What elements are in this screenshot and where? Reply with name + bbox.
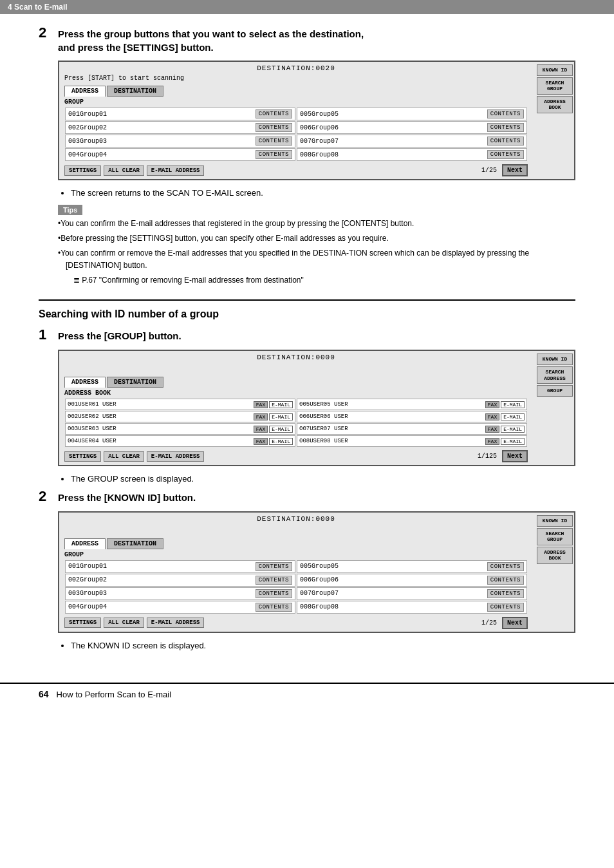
screen1-row-left-2[interactable]: 002Group02 CONTENTS <box>65 121 295 134</box>
screen3-row-left-4-label: 004Group04 <box>68 603 256 610</box>
screen2-known-id-btn[interactable]: KNOWN ID <box>537 354 573 365</box>
screen3-footer: SETTINGS ALL CLEAR E-MAIL ADDRESS 1/25 N… <box>59 614 533 632</box>
screen1-allclear-btn[interactable]: ALL CLEAR <box>104 165 144 176</box>
screen1-contents-btn-1[interactable]: CONTENTS <box>256 109 292 118</box>
screen3-contents-btn-2[interactable]: CONTENTS <box>256 576 292 585</box>
screen2-row-left-1[interactable]: 001USER01 USER FAX E-MAIL <box>65 399 295 410</box>
screen2-row-left-2[interactable]: 002USER02 USER FAX E-MAIL <box>65 411 295 422</box>
screen3-allclear-btn[interactable]: ALL CLEAR <box>104 618 144 628</box>
screen2-row-right-4[interactable]: 008USER08 USER FAX E-MAIL <box>297 435 527 447</box>
screen3-row-right-4-label: 008Group08 <box>300 603 487 610</box>
screen1-row-left-3[interactable]: 003Group03 CONTENTS <box>65 135 295 147</box>
screen3-row-right-2[interactable]: 006Group06 CONTENTS <box>297 574 527 587</box>
screen2-row-right-2-label: 006USER06 USER <box>299 413 485 420</box>
screen3-row-left-3-label: 003Group03 <box>68 590 256 597</box>
screen1-tab-destination[interactable]: DESTINATION <box>107 86 163 97</box>
screen1-footer: SETTINGS ALL CLEAR E-MAIL ADDRESS 1/25 N… <box>59 162 533 179</box>
screen3-settings-btn[interactable]: SETTINGS <box>64 618 101 628</box>
bullet-list-2: The GROUP screen is displayed. <box>58 473 575 486</box>
screen3-contents-btn-5[interactable]: CONTENTS <box>487 562 524 571</box>
screen1-row-right-2[interactable]: 006Group06 CONTENTS <box>297 121 527 134</box>
screen2-email-tag-6: E-MAIL <box>501 413 525 420</box>
screen3-known-id-btn[interactable]: KNOWN ID <box>537 515 573 527</box>
screen2-footer: SETTINGS ALL CLEAR E-MAIL ADDRESS 1/125 … <box>59 448 533 465</box>
screen2-title: DESTINATION:0000 <box>59 351 533 363</box>
screen2-settings-btn[interactable]: SETTINGS <box>64 451 101 462</box>
screen3-contents-btn-4[interactable]: CONTENTS <box>256 603 292 612</box>
screen1-row-left-4-label: 004Group04 <box>68 151 256 158</box>
screen1-known-id-btn[interactable]: KNOWN ID <box>537 64 573 76</box>
screen3-row-left-1[interactable]: 001Group01 CONTENTS <box>65 560 295 573</box>
screen3-search-group-btn[interactable]: SEARCH GROUP <box>537 528 573 545</box>
screen1-settings-btn[interactable]: SETTINGS <box>64 165 101 176</box>
header-title: 4 Scan to E-mail <box>8 3 68 12</box>
screen2-fax-tag-5: FAX <box>485 401 499 408</box>
screen3-row-right-3[interactable]: 007Group07 CONTENTS <box>297 587 527 600</box>
screen3-contents-btn-8[interactable]: CONTENTS <box>487 603 524 612</box>
screen2-tab-destination[interactable]: DESTINATION <box>107 377 163 388</box>
screen3-row-right-3-label: 007Group07 <box>300 590 487 597</box>
tips-content: •You can confirm the E-mail addresses th… <box>58 218 556 287</box>
screen3-contents-btn-6[interactable]: CONTENTS <box>487 576 524 585</box>
screen2-row-right-2[interactable]: 006USER06 USER FAX E-MAIL <box>297 411 527 422</box>
screen1-row-right-4-label: 008Group08 <box>300 151 487 158</box>
screen3: DESTINATION:0000 ADDRESS DESTINATION GRO… <box>58 511 575 633</box>
screen2-row-left-4[interactable]: 004USER04 USER FAX E-MAIL <box>65 435 295 447</box>
bullet-list-1: The screen returns to the SCAN TO E-MAIL… <box>58 187 575 200</box>
screen1-row-left-4[interactable]: 004Group04 CONTENTS <box>65 148 295 161</box>
screen1-contents-btn-8[interactable]: CONTENTS <box>487 150 524 159</box>
screen3-emailaddress-btn[interactable]: E-MAIL ADDRESS <box>147 618 205 628</box>
footer-text: How to Perform Scan to E-mail <box>57 690 171 699</box>
screen3-row-left-2[interactable]: 002Group02 CONTENTS <box>65 574 295 587</box>
screen2-email-tag-1: E-MAIL <box>269 401 293 408</box>
screen1-contents-btn-2[interactable]: CONTENTS <box>256 123 292 132</box>
screen1-contents-btn-4[interactable]: CONTENTS <box>256 150 292 159</box>
screen2-email-tag-3: E-MAIL <box>269 426 293 433</box>
screen1-contents-btn-6[interactable]: CONTENTS <box>487 123 524 132</box>
screen2-emailaddress-btn[interactable]: E-MAIL ADDRESS <box>147 451 205 462</box>
screen1-row-left-1[interactable]: 001Group01 CONTENTS <box>65 108 295 120</box>
screen2-email-tag-2: E-MAIL <box>269 413 293 420</box>
screen2-row-right-3[interactable]: 007USER07 USER FAX E-MAIL <box>297 423 527 435</box>
screen3-address-book-btn[interactable]: ADDRESS BOOK <box>537 547 573 564</box>
screen1-emailaddress-btn[interactable]: E-MAIL ADDRESS <box>147 165 205 176</box>
screen3-tab-address[interactable]: ADDRESS <box>64 538 106 549</box>
screen3-contents-btn-7[interactable]: CONTENTS <box>487 589 524 598</box>
screen1-row-right-4[interactable]: 008Group08 CONTENTS <box>297 148 527 161</box>
screen1-row-left-3-label: 003Group03 <box>68 138 256 145</box>
screen3-next-btn[interactable]: Next <box>502 617 528 629</box>
screen3-contents-btn-3[interactable]: CONTENTS <box>256 589 292 598</box>
screen2-tab-address[interactable]: ADDRESS <box>64 377 106 388</box>
screen1-contents-btn-3[interactable]: CONTENTS <box>256 137 292 146</box>
screen3-row-left-4[interactable]: 004Group04 CONTENTS <box>65 601 295 614</box>
screen1-contents-btn-5[interactable]: CONTENTS <box>487 109 524 118</box>
screen2-row-right-1[interactable]: 005USER05 USER FAX E-MAIL <box>297 399 527 410</box>
tips-item-3: •You can confirm or remove the E-mail ad… <box>58 247 556 272</box>
screen1-address-book-btn[interactable]: ADDRESS BOOK <box>537 96 573 113</box>
screen1-sidebar: KNOWN ID SEARCH GROUP ADDRESS BOOK <box>535 62 574 179</box>
screen2-allclear-btn[interactable]: ALL CLEAR <box>104 451 144 462</box>
screen1-next-btn[interactable]: Next <box>502 164 528 176</box>
screen1-row-right-1[interactable]: 005Group05 CONTENTS <box>297 108 527 120</box>
screen3-tab-destination[interactable]: DESTINATION <box>107 538 163 549</box>
screen2-next-btn[interactable]: Next <box>502 450 528 462</box>
screen3-contents-btn-1[interactable]: CONTENTS <box>256 562 292 571</box>
tips-item-2: •Before pressing the [SETTINGS] button, … <box>58 232 556 245</box>
screen1-row-right-3[interactable]: 007Group07 CONTENTS <box>297 135 527 147</box>
screen3-row-right-1[interactable]: 005Group05 CONTENTS <box>297 560 527 573</box>
screen2-row-left-2-label: 002USER02 USER <box>68 413 254 420</box>
screen2-search-address-btn[interactable]: SEARCH ADDRESS <box>537 366 573 384</box>
screen1-search-group-btn[interactable]: SEARCH GROUP <box>537 77 573 95</box>
screen2-row-left-3[interactable]: 003USER03 USER FAX E-MAIL <box>65 423 295 435</box>
screen1-row-right-2-label: 006Group06 <box>300 124 487 131</box>
screen1-tab-address[interactable]: ADDRESS <box>64 86 106 97</box>
header-bar: 4 Scan to E-mail <box>0 0 614 14</box>
screen3-row-right-4[interactable]: 008Group08 CONTENTS <box>297 601 527 614</box>
screen2-row-left-3-label: 003USER03 USER <box>68 426 254 432</box>
screen2-tabs: ADDRESS DESTINATION <box>59 374 533 388</box>
tips-item-1: •You can confirm the E-mail addresses th… <box>58 218 556 230</box>
screen3-row-left-3[interactable]: 003Group03 CONTENTS <box>65 587 295 600</box>
screen2-row-right-1-label: 005USER05 USER <box>299 401 485 408</box>
screen1-contents-btn-7[interactable]: CONTENTS <box>487 137 524 146</box>
screen2-group-btn[interactable]: GROUP <box>537 385 573 397</box>
